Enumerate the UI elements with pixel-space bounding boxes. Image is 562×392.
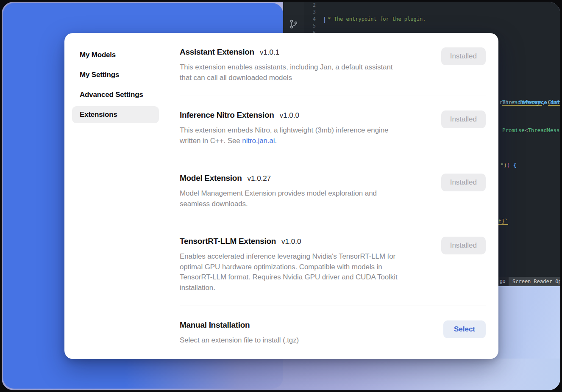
extension-row-assistant: Assistant Extension v1.0.1 This extensio… — [180, 33, 486, 96]
extension-row-tensorrt: TensortRT-LLM Extension v1.0.0 Enables a… — [180, 222, 486, 306]
extension-row-nitro: Inference Nitro Extension v1.0.0 This ex… — [180, 96, 486, 159]
extension-description: This extension enables assistants, inclu… — [180, 62, 392, 83]
extension-version: v1.0.0 — [280, 111, 299, 120]
settings-card: My Models My Settings Advanced Settings … — [64, 33, 498, 359]
code-line-2: * The entrypoint for the plugin. — [325, 16, 560, 22]
code-fragment-brace: ")) { — [501, 162, 517, 168]
code-fragment-promise: Promise<ThreadMessage> — [502, 127, 560, 133]
installed-button[interactable]: Installed — [441, 47, 486, 65]
installed-button[interactable]: Installed — [441, 237, 486, 254]
code-fragment-inference: rator.inference(data)); — [499, 99, 560, 105]
extension-row-model: Model Extension v1.0.27 Model Management… — [180, 159, 486, 222]
extension-version: v1.0.0 — [281, 237, 301, 246]
extension-title: Model Extension — [180, 174, 242, 183]
status-bar-fragment: go — [500, 278, 505, 284]
editor-line-numbers: 2 3 4 5 6 — [304, 2, 316, 36]
extension-title: Inference Nitro Extension — [180, 110, 274, 120]
extension-version: v1.0.27 — [247, 174, 271, 183]
select-file-button[interactable]: Select — [443, 320, 486, 338]
nitro-jan-ai-link[interactable]: nitro.jan.ai. — [242, 137, 277, 145]
manual-installation-title: Manual Installation — [180, 320, 250, 330]
extensions-list: Assistant Extension v1.0.1 This extensio… — [165, 33, 498, 359]
settings-sidebar: My Models My Settings Advanced Settings … — [64, 33, 165, 359]
source-control-icon[interactable] — [289, 19, 299, 29]
manual-installation-description: Select an extension file to install (.tg… — [180, 335, 299, 346]
installed-button[interactable]: Installed — [441, 110, 486, 128]
extension-description: Model Management Extension provides mode… — [180, 188, 377, 209]
sidebar-item-my-settings[interactable]: My Settings — [72, 66, 159, 83]
extension-title: TensortRT-LLM Extension — [180, 237, 276, 246]
bottom-gradient — [125, 359, 560, 390]
desktop-background: 2 3 4 5 6 * The entrypoint for the plugi… — [2, 2, 560, 390]
screen-reader-badge[interactable]: Screen Reader Optimized — [509, 277, 560, 286]
extension-title: Assistant Extension — [180, 47, 254, 57]
screenshot-canvas: 2 3 4 5 6 * The entrypoint for the plugi… — [0, 0, 562, 392]
extension-description: This extension embeds Nitro, a lightweig… — [180, 125, 388, 146]
sidebar-item-my-models[interactable]: My Models — [72, 47, 159, 63]
sidebar-item-extensions[interactable]: Extensions — [72, 106, 159, 123]
installed-button[interactable]: Installed — [441, 174, 486, 191]
manual-installation-row: Manual Installation Select an extension … — [180, 306, 486, 359]
code-fragment-template: t}` — [498, 218, 508, 224]
sidebar-item-advanced-settings[interactable]: Advanced Settings — [72, 86, 159, 103]
extension-version: v1.0.1 — [260, 48, 279, 57]
extension-description: Enables accelerated inference leveraging… — [180, 251, 398, 293]
